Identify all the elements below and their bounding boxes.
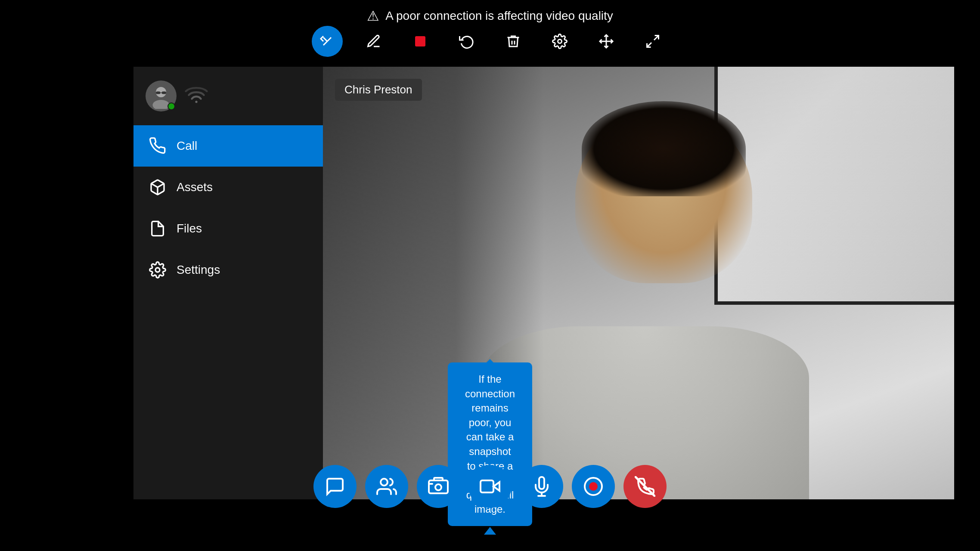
video-area: Chris Preston: [323, 67, 954, 499]
warning-icon: ⚠: [367, 8, 379, 24]
back-button[interactable]: [312, 26, 343, 57]
avatar-container: [146, 80, 177, 111]
sidebar-settings-icon: [149, 261, 166, 279]
svg-point-1: [558, 40, 562, 43]
sidebar-nav: Call Assets: [133, 125, 323, 499]
sidebar-item-settings-label: Settings: [177, 263, 220, 277]
record-ctrl-button[interactable]: [572, 465, 615, 508]
wifi-icon: [184, 85, 208, 107]
svg-line-4: [654, 36, 659, 40]
sidebar: Call Assets: [133, 67, 323, 499]
bottom-controls: [313, 465, 667, 508]
sidebar-item-assets[interactable]: Assets: [133, 167, 323, 208]
end-call-button[interactable]: [623, 465, 667, 508]
svg-point-14: [381, 479, 388, 486]
screenshot-button[interactable]: [417, 465, 460, 508]
chat-button[interactable]: [313, 465, 357, 508]
sidebar-item-assets-label: Assets: [177, 180, 213, 194]
svg-rect-9: [162, 92, 167, 94]
caller-name-badge: Chris Preston: [335, 79, 422, 101]
svg-line-5: [647, 43, 652, 47]
files-icon: [149, 220, 166, 237]
svg-rect-8: [156, 92, 161, 94]
delete-button[interactable]: [498, 26, 529, 57]
svg-rect-0: [415, 36, 425, 46]
toolbar: [312, 26, 668, 57]
svg-rect-16: [434, 478, 443, 480]
sidebar-item-call-label: Call: [177, 139, 197, 153]
assets-icon: [149, 179, 166, 196]
participants-button[interactable]: [365, 465, 408, 508]
sidebar-item-files-label: Files: [177, 222, 202, 235]
mute-button[interactable]: [520, 465, 563, 508]
record-button[interactable]: [405, 26, 436, 57]
settings-button[interactable]: [544, 26, 575, 57]
call-icon: [149, 137, 166, 155]
svg-point-24: [589, 482, 598, 491]
video-button[interactable]: [468, 465, 512, 508]
online-indicator: [167, 102, 175, 110]
caller-name: Chris Preston: [344, 83, 412, 96]
svg-marker-19: [493, 482, 499, 491]
svg-rect-20: [481, 480, 493, 492]
svg-point-17: [435, 484, 441, 490]
expand-button[interactable]: [637, 26, 668, 57]
svg-point-7: [153, 100, 170, 109]
main-layout: Call Assets: [133, 67, 954, 499]
undo-button[interactable]: [451, 26, 482, 57]
svg-point-13: [155, 268, 160, 272]
pen-button[interactable]: [358, 26, 389, 57]
warning-text: A poor connection is affecting video qua…: [385, 9, 613, 23]
move-button[interactable]: [591, 26, 622, 57]
svg-point-11: [195, 100, 197, 102]
video-feed: [323, 67, 954, 499]
sidebar-profile: [133, 67, 323, 125]
svg-rect-15: [429, 480, 448, 493]
sidebar-item-settings[interactable]: Settings: [133, 249, 323, 291]
sidebar-item-files[interactable]: Files: [133, 208, 323, 249]
sidebar-item-call[interactable]: Call: [133, 125, 323, 167]
